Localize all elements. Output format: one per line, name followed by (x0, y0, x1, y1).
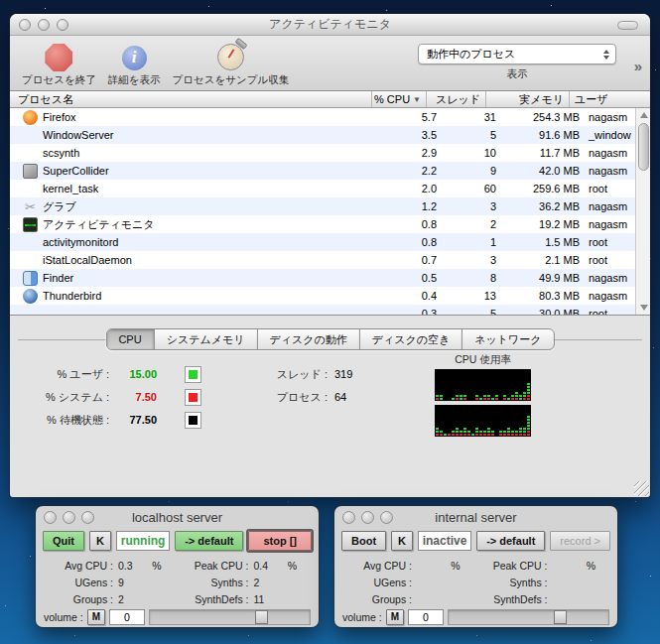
quit-process-button[interactable]: プロセスを終了 (22, 44, 96, 87)
server-status: inactive (418, 531, 471, 551)
process-row[interactable]: ✂ グラブ 1.2 3 36.2 MB nagasm (10, 197, 635, 215)
minimize-button[interactable] (361, 511, 374, 524)
process-cpu: 2.9 (387, 147, 442, 159)
threads-label: スレッド : (253, 367, 328, 382)
process-memory: 91.6 MB (501, 129, 585, 141)
close-button[interactable] (44, 511, 57, 524)
tab-segment[interactable]: ディスクの動作 (257, 329, 359, 349)
minimize-button[interactable] (63, 511, 75, 524)
process-memory: 254.3 MB (501, 111, 585, 123)
mute-button[interactable]: M (386, 609, 404, 625)
process-row[interactable]: アクティビティモニタ 0.8 2 19.2 MB nagasm (10, 215, 635, 233)
make-default-button[interactable]: -> default (476, 531, 545, 551)
process-threads: 2 (442, 218, 501, 230)
ugens-label: UGens : (340, 577, 412, 588)
volume-label: volume : (342, 611, 382, 623)
make-default-button[interactable]: -> default (175, 531, 243, 551)
synthdefs-label: SynthDefs : (178, 593, 249, 605)
tab-segment[interactable]: システムメモリ (155, 329, 258, 349)
title-bar[interactable]: アクティビティモニタ (10, 14, 650, 36)
column-header-name[interactable]: プロセス名 (10, 91, 372, 107)
volume-slider[interactable] (448, 609, 609, 625)
volume-slider-thumb[interactable] (554, 610, 567, 624)
toolbar: プロセスを終了 i 詳細を表示 プロセスをサンプル収集 動作中のプロセス 表示 … (10, 36, 650, 91)
tab-segment[interactable]: ネットワーク (462, 329, 553, 349)
process-filter-popup[interactable]: 動作中のプロセス (418, 44, 616, 64)
record-button[interactable]: record > (550, 531, 610, 551)
process-app-icon (23, 164, 38, 179)
inspect-process-button[interactable]: i 詳細を表示 (108, 44, 161, 87)
server-button-row: Quit K running -> default stop [] (36, 529, 319, 553)
close-button[interactable] (19, 19, 31, 31)
mute-button[interactable]: M (87, 609, 105, 625)
volume-value-field[interactable]: 0 (408, 609, 444, 625)
scroll-up-arrow-icon[interactable] (636, 108, 650, 122)
process-memory: 30.0 MB (501, 308, 585, 316)
column-header-cpu[interactable]: % CPU ▼ (372, 91, 427, 107)
peak-cpu-unit: % (587, 560, 595, 572)
process-row[interactable]: scsynth 2.9 10 11.7 MB nagasm (10, 144, 635, 162)
process-user: nagasm (585, 290, 635, 302)
process-app-icon: ✂ (23, 199, 38, 214)
close-button[interactable] (342, 511, 355, 524)
stats-tab-bar: CPUシステムメモリディスクの動作ディスクの空きネットワーク (105, 328, 554, 350)
cpu-panel: % ユーザ : 15.00 % システム : 7.50 % 待機状態 : 77.… (10, 351, 650, 490)
title-bar[interactable]: internal server (334, 506, 617, 529)
process-cpu: 2.2 (387, 165, 442, 177)
process-row[interactable]: Thunderbird 0.4 13 80.3 MB nagasm (10, 287, 635, 305)
process-name: グラブ (43, 199, 76, 214)
title-bar[interactable]: localhost server (36, 506, 319, 529)
process-user: nagasm (585, 200, 635, 212)
peak-cpu-value: 0.4 (249, 560, 279, 572)
process-memory: 36.2 MB (501, 200, 585, 212)
boot-server-button[interactable]: Boot (341, 531, 386, 551)
kill-button[interactable]: K (89, 531, 111, 551)
minimize-button[interactable] (38, 19, 50, 31)
process-row[interactable]: activitymonitord 0.8 1 1.5 MB root (10, 233, 635, 251)
synths-label: Synths : (476, 577, 548, 588)
process-row[interactable]: WindowServer 3.5 5 91.6 MB _window (10, 126, 635, 144)
peak-cpu-label: Peak CPU : (476, 560, 548, 572)
processes-label: プロセス : (253, 390, 328, 405)
zoom-button[interactable] (380, 511, 393, 524)
volume-slider-thumb[interactable] (255, 610, 268, 624)
process-row[interactable]: SuperCollider 2.2 9 42.0 MB nagasm (10, 162, 635, 180)
system-cpu-value: 7.50 (109, 391, 157, 403)
quit-server-button[interactable]: Quit (43, 531, 84, 551)
column-header-user[interactable]: ユーザ (570, 91, 635, 107)
scrollbar-thumb[interactable] (638, 123, 649, 171)
scroll-down-arrow-icon[interactable] (636, 301, 650, 315)
avg-cpu-label: Avg CPU : (340, 560, 412, 572)
zoom-button[interactable] (57, 19, 68, 31)
idle-cpu-value: 77.50 (109, 414, 157, 426)
kill-button[interactable]: K (391, 531, 413, 551)
cpu-usage-graph-core2 (435, 405, 531, 437)
system-color-swatch (185, 389, 201, 406)
process-row[interactable]: Firefox 5.7 31 254.3 MB nagasm (10, 108, 635, 126)
user-cpu-label: % ユーザ : (10, 367, 109, 382)
volume-slider[interactable] (149, 609, 311, 625)
process-row[interactable]: 0.3 5 30.0 MB root (10, 305, 635, 316)
process-threads: 31 (442, 111, 501, 123)
tab-cpu[interactable]: CPU (106, 329, 154, 349)
process-row[interactable]: iStatLocalDaemon 0.7 3 2.1 MB root (10, 251, 635, 269)
process-app-icon (23, 289, 38, 304)
server-stats: Avg CPU : 0.3 % Peak CPU : 0.4 % UGens :… (36, 553, 319, 607)
cpu-usage-graph-core1 (435, 369, 531, 401)
volume-value-field[interactable]: 0 (109, 609, 145, 625)
process-user: root (585, 308, 635, 316)
tab-segment[interactable]: ディスクの空き (360, 329, 463, 349)
process-name: Finder (43, 272, 73, 284)
column-header-memory[interactable]: 実メモリ (486, 91, 570, 107)
stop-recording-button[interactable]: stop [] (248, 531, 312, 551)
window-resize-grip[interactable] (634, 481, 649, 496)
zoom-button[interactable] (81, 511, 94, 524)
process-threads: 8 (442, 272, 501, 284)
process-row[interactable]: kernel_task 2.0 60 259.6 MB root (10, 180, 635, 197)
sample-process-button[interactable]: プロセスをサンプル収集 (172, 43, 289, 87)
toolbar-toggle-button[interactable] (617, 21, 638, 30)
column-header-threads[interactable]: スレッド (427, 91, 486, 107)
process-row[interactable]: Finder 0.5 8 49.9 MB nagasm (10, 269, 635, 287)
vertical-scrollbar[interactable] (635, 108, 650, 315)
toolbar-overflow-chevron-icon[interactable]: » (634, 58, 642, 74)
